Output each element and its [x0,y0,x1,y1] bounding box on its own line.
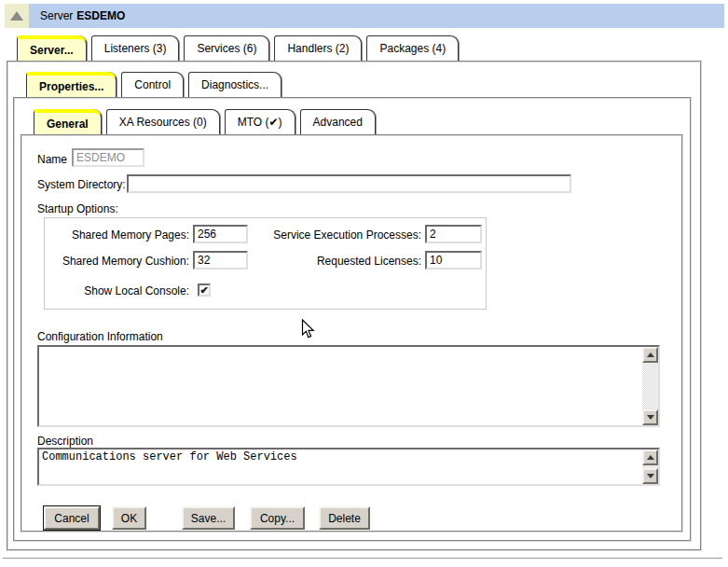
name-input[interactable] [72,148,144,167]
save-button[interactable]: Save... [182,506,235,530]
system-directory-label: System Directory: [37,178,126,191]
cancel-button[interactable]: Cancel [44,506,100,530]
triangle-up-icon [10,11,23,21]
configuration-information-label: Configuration Information [37,330,163,343]
shared-memory-pages-label: Shared Memory Pages: [44,228,189,242]
tab-xa-resources[interactable]: XA Resources (0) [106,109,220,134]
configuration-information-text [39,347,642,425]
bottom-divider [3,558,722,560]
show-local-console-checkbox[interactable]: ✔ [198,284,211,297]
app-window: Server ESDEMO Server... Listeners (3) Se… [0,0,728,567]
shared-memory-pages-input[interactable] [193,225,248,243]
tab-listeners[interactable]: Listeners (3) [91,35,180,61]
service-execution-processes-label: Service Execution Processes: [261,228,421,242]
scroll-down-button[interactable] [642,409,658,425]
configuration-scrollbar-track[interactable] [642,347,658,425]
tab-server[interactable]: Server... [17,35,87,61]
description-scrollbar-track[interactable] [642,449,658,484]
shared-memory-cushion-label: Shared Memory Cushion: [37,255,189,268]
copy-button[interactable]: Copy... [250,506,305,530]
description-text: Communications server for Web Services [39,449,642,484]
header-bar: Server ESDEMO [5,4,724,28]
description-textarea[interactable]: Communications server for Web Services [37,448,660,486]
name-label: Name [37,153,67,166]
tab-general[interactable]: General [34,109,102,134]
service-execution-processes-input[interactable] [425,225,482,243]
tab-advanced[interactable]: Advanced [300,109,376,134]
requested-licenses-input[interactable] [425,251,482,270]
system-directory-input[interactable] [127,174,571,193]
shared-memory-cushion-input[interactable] [193,251,248,270]
requested-licenses-label: Requested Licenses: [261,255,421,268]
scroll-up-button[interactable] [642,449,658,465]
tab-handlers[interactable]: Handlers (2) [274,35,362,61]
ok-button[interactable]: OK [112,506,146,530]
scroll-down-button[interactable] [642,468,658,484]
tab-diagnostics[interactable]: Diagnostics... [188,72,282,97]
scroll-up-button[interactable] [642,347,658,363]
configuration-information-textarea[interactable] [37,345,660,427]
scroll-up-icon [647,455,654,460]
tab-packages[interactable]: Packages (4) [366,35,459,61]
header-title: Server ESDEMO [29,4,724,28]
scroll-up-icon [647,353,654,357]
show-local-console-label: Show Local Console: [37,284,189,297]
scroll-down-icon [647,474,654,478]
startup-options-label: Startup Options: [37,202,118,215]
scroll-down-icon [647,415,654,420]
tab-control[interactable]: Control [121,72,184,97]
delete-button[interactable]: Delete [319,506,370,530]
description-label: Description [37,435,93,448]
tab-mto[interactable]: MTO (✔) [225,109,295,134]
collapse-toggle[interactable] [5,4,29,28]
header-title-prefix: Server [40,9,73,22]
tab-services[interactable]: Services (6) [184,35,269,61]
tab-properties[interactable]: Properties... [26,72,117,97]
header-server-name: ESDEMO [76,9,125,22]
checkmark-icon: ✔ [199,285,208,295]
